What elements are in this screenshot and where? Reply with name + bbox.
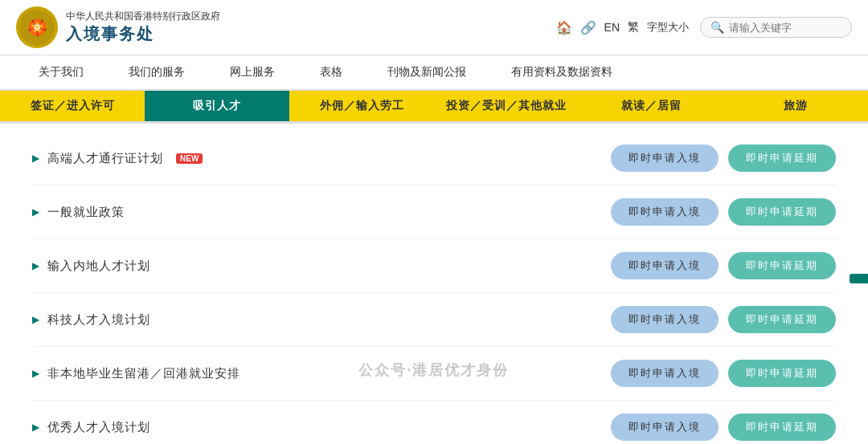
arrow-icon: ▶: [32, 314, 39, 325]
subnav-talent[interactable]: 吸引人才: [145, 91, 289, 121]
btn-apply-entry-3[interactable]: 即时申请入境: [611, 252, 719, 279]
row-title-2: 一般就业政策: [47, 205, 125, 220]
nav-item-publications[interactable]: 刊物及新闻公报: [365, 55, 489, 89]
table-row: ▶ 非本地毕业生留港／回港就业安排 即时申请入境 即时申请延期: [32, 347, 836, 401]
row-left: ▶ 一般就业政策: [32, 205, 611, 220]
subnav-worker[interactable]: 外佣／输入劳工: [289, 91, 434, 121]
nav-item-online[interactable]: 网上服务: [207, 55, 297, 89]
nav-item-forms[interactable]: 表格: [297, 55, 365, 89]
subnav-visa[interactable]: 签证／进入许可: [0, 91, 145, 121]
arrow-icon: ▶: [32, 368, 39, 379]
header-left: 🏵️ 中华人民共和国香港特别行政区政府 入境事务处: [16, 6, 220, 48]
btn-apply-extend-4[interactable]: 即时申请延期: [728, 306, 836, 333]
arrow-icon: ▶: [32, 206, 39, 218]
row-buttons-3: 即时申请入境 即时申请延期: [611, 252, 836, 279]
row-title-3: 输入内地人才计划: [47, 259, 150, 274]
search-input[interactable]: [729, 22, 841, 34]
row-left: ▶ 非本地毕业生留港／回港就业安排: [32, 366, 611, 381]
nav-item-about[interactable]: 关于我们: [16, 55, 106, 89]
header: 🏵️ 中华人民共和国香港特别行政区政府 入境事务处 🏠 🔗 EN 繁 字型大小 …: [0, 0, 868, 55]
btn-apply-extend-6[interactable]: 即时申请延期: [728, 413, 836, 441]
header-right: 🏠 🔗 EN 繁 字型大小 🔍: [556, 17, 852, 38]
dept-name: 入境事务处: [66, 23, 220, 45]
scroll-hint[interactable]: 快速捷径: [850, 274, 868, 283]
table-row: ▶ 科技人才入境计划 即时申请入境 即时申请延期: [32, 293, 836, 347]
header-icons: 🏠 🔗 EN 繁 字型大小: [556, 20, 689, 35]
subnav-study[interactable]: 就读／居留: [579, 91, 723, 121]
row-title-4: 科技人才入境计划: [47, 312, 150, 328]
btn-apply-entry-2[interactable]: 即时申请入境: [611, 198, 719, 226]
font-size-button[interactable]: 字型大小: [647, 20, 689, 35]
table-row: ▶ 输入内地人才计划 即时申请入境 即时申请延期: [32, 239, 836, 293]
row-title-6: 优秀人才入境计划: [47, 420, 150, 435]
top-nav: 关于我们 我们的服务 网上服务 表格 刊物及新闻公报 有用资料及数据资料: [0, 55, 868, 91]
row-buttons-1: 即时申请入境 即时申请延期: [611, 145, 836, 172]
logo-inner: 🏵️: [19, 10, 55, 45]
arrow-icon: ▶: [32, 153, 39, 164]
share-icon[interactable]: 🔗: [580, 20, 596, 35]
row-buttons-5: 即时申请入境 即时申请延期: [611, 360, 836, 387]
home-icon[interactable]: 🏠: [556, 20, 572, 35]
row-buttons-2: 即时申请入境 即时申请延期: [611, 198, 836, 226]
btn-apply-extend-2[interactable]: 即时申请延期: [728, 198, 836, 226]
btn-apply-extend-3[interactable]: 即时申请延期: [728, 252, 836, 279]
arrow-icon: ▶: [32, 260, 39, 271]
btn-apply-entry-6[interactable]: 即时申请入境: [611, 413, 719, 441]
gov-name: 中华人民共和国香港特别行政区政府: [66, 10, 220, 23]
subnav-travel[interactable]: 旅游: [723, 91, 868, 121]
btn-apply-entry-1[interactable]: 即时申请入境: [611, 145, 719, 172]
btn-apply-extend-5[interactable]: 即时申请延期: [728, 360, 836, 387]
row-left: ▶ 科技人才入境计划: [32, 312, 611, 328]
lang-en-button[interactable]: EN: [604, 21, 620, 34]
search-icon: 🔍: [710, 21, 724, 34]
search-box: 🔍: [700, 17, 852, 38]
row-title-1: 高端人才通行证计划: [47, 151, 163, 166]
btn-apply-entry-4[interactable]: 即时申请入境: [611, 306, 719, 333]
table-row: ▶ 一般就业政策 即时申请入境 即时申请延期: [32, 185, 836, 239]
lang-tc-button[interactable]: 繁: [628, 20, 639, 35]
row-left: ▶ 高端人才通行证计划 NEW: [32, 151, 611, 166]
new-badge: NEW: [176, 153, 203, 164]
main-content: ▶ 高端人才通行证计划 NEW 即时申请入境 即时申请延期 ▶ 一般就业政策 即…: [0, 124, 868, 444]
row-left: ▶ 优秀人才入境计划: [32, 420, 611, 435]
table-row: ▶ 高端人才通行证计划 NEW 即时申请入境 即时申请延期: [32, 132, 836, 185]
row-buttons-4: 即时申请入境 即时申请延期: [611, 306, 836, 333]
subnav-invest[interactable]: 投资／受训／其他就业: [434, 91, 579, 121]
row-title-5: 非本地毕业生留港／回港就业安排: [47, 366, 240, 381]
btn-apply-extend-1[interactable]: 即时申请延期: [728, 145, 836, 172]
nav-item-resources[interactable]: 有用资料及数据资料: [489, 55, 635, 89]
header-title: 中华人民共和国香港特别行政区政府 入境事务处: [66, 10, 220, 45]
nav-item-services[interactable]: 我们的服务: [106, 55, 207, 89]
row-buttons-6: 即时申请入境 即时申请延期: [611, 413, 836, 441]
table-row: ▶ 优秀人才入境计划 即时申请入境 即时申请延期: [32, 401, 836, 444]
btn-apply-entry-5[interactable]: 即时申请入境: [611, 360, 719, 387]
logo-circle: 🏵️: [16, 6, 58, 48]
arrow-icon: ▶: [32, 422, 39, 433]
sub-nav: 签证／进入许可 吸引人才 外佣／输入劳工 投资／受训／其他就业 就读／居留 旅游: [0, 91, 868, 124]
row-left: ▶ 输入内地人才计划: [32, 259, 611, 274]
